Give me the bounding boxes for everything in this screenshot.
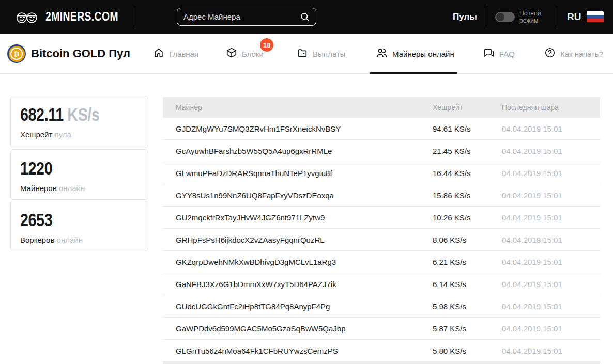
stat-card-pool-hashrate: 682.11 KS/s Хешрейт пула <box>10 96 148 148</box>
pool-hashrate-unit: KS/s <box>67 104 99 124</box>
table-row[interactable]: GKZqrpDwehNMkXwBDhivgD3gMCLvL1aRg3 6.21 … <box>163 251 600 273</box>
miner-last-share: 04.04.2019 15:01 <box>502 124 562 133</box>
pool-hashrate-value: 682.11 KS/s <box>20 104 99 125</box>
miner-address-link[interactable]: GUdcUGGkGntFc2iHp8tTG84Pq8AnypF4Pg <box>176 302 330 311</box>
pools-link[interactable]: Пулы <box>453 0 477 34</box>
miner-address-link[interactable]: GaNFBJ3Xz6G1bDmmXxW7xyT5D64PAZJ7ik <box>176 280 336 289</box>
home-icon <box>153 47 164 60</box>
table-row[interactable]: GUdcUGGkGntFc2iHp8tTG84Pq8AnypF4Pg 5.98 … <box>163 295 600 318</box>
miner-hashrate: 10.26 KS/s <box>433 213 470 222</box>
miner-last-share: 04.04.2019 15:01 <box>502 346 562 355</box>
miner-address-link[interactable]: GcAyuwhBFarshzb5W55Q5A4up6gxRrRMLe <box>176 147 332 155</box>
stat-card-workers-online: 2653 Воркеров онлайн <box>10 201 148 251</box>
pools-label: Пулы <box>453 12 477 22</box>
miner-address-link[interactable]: GLwmuPFaDzDRARSqnnaThuNTeP1yvgtu8f <box>176 169 332 178</box>
table-row[interactable]: GU2mqckfrRxTayJHvW4JGZ6nt971LZytw9 10.26… <box>163 207 600 229</box>
nav-item-home[interactable]: Главная <box>153 34 198 74</box>
bitcoin-gold-icon: ₿ <box>7 44 26 63</box>
nav-item-payouts[interactable]: Выплаты <box>297 34 345 74</box>
table-row[interactable]: GcAyuwhBFarshzb5W55Q5A4up6gxRrRMLe 21.45… <box>163 140 600 162</box>
header-miner: Майнер <box>176 103 202 112</box>
pool-brand[interactable]: ₿ Bitcoin GOLD Пул <box>7 34 130 74</box>
miner-last-share: 04.04.2019 15:01 <box>502 324 562 333</box>
miner-address-link[interactable]: GYY8sUs1n99NnZ6UQ8FapFxyVDszDEoxqa <box>176 191 334 200</box>
language-selector[interactable]: RU <box>567 0 604 34</box>
chat-icon <box>483 47 495 60</box>
wallet-icon <box>297 47 308 60</box>
site-logo[interactable]: 2MINERS.COM <box>14 8 132 25</box>
table-row[interactable]: GRHpFsPsH6ijkdocX2vZAasyFgqnrQuzRL 8.06 … <box>163 229 600 251</box>
miner-hashrate: 94.61 KS/s <box>433 124 470 133</box>
miner-hashrate: 5.87 KS/s <box>433 324 466 333</box>
table-row[interactable]: GaWPDdv6d599MGAC5Mo5GzaSqBwW5QaJbp 5.87 … <box>163 318 600 340</box>
nav-item-miners-online[interactable]: Майнеры онлайн <box>376 34 454 74</box>
miner-hashrate: 5.98 KS/s <box>433 302 466 311</box>
brand-name: 2MINERS.COM <box>45 10 118 24</box>
table-row[interactable]: GJDZMgWYu7SMQ3ZRvHm1FSrXneickNvBSY 94.61… <box>163 118 600 140</box>
nav-item-blocks[interactable]: Блоки <box>226 34 264 74</box>
nav-item-faq[interactable]: FAQ <box>483 34 515 74</box>
miner-address-link[interactable]: GLGnTu56z4nMoa64Fk1CFbRUYwzsCemzPS <box>176 346 338 355</box>
russia-flag-icon <box>587 11 604 23</box>
miner-hashrate: 6.21 KS/s <box>433 258 466 266</box>
night-mode-toggle[interactable] <box>495 12 515 22</box>
cube-icon <box>226 47 237 60</box>
miner-hashrate: 8.06 KS/s <box>433 235 466 244</box>
header-divider <box>487 7 487 27</box>
table-row[interactable]: GLGnTu56z4nMoa64Fk1CFbRUYwzsCemzPS 5.80 … <box>163 340 600 362</box>
nav-label: Майнеры онлайн <box>392 50 454 58</box>
pool-hashrate-label: Хешрейт пула <box>20 130 139 139</box>
next-section-strip <box>163 362 600 364</box>
miners-table-header: Майнер Хешрейт Последняя шара <box>163 97 600 118</box>
workers-online-value: 2653 <box>20 210 52 230</box>
active-tab-indicator <box>370 72 457 74</box>
header-divider <box>557 7 557 27</box>
workers-online-label: Воркеров онлайн <box>20 235 139 244</box>
nav-label: FAQ <box>499 50 515 58</box>
miner-hashrate: 5.80 KS/s <box>433 346 466 355</box>
miner-hashrate: 21.45 KS/s <box>433 147 470 155</box>
miner-last-share: 04.04.2019 15:01 <box>502 302 562 311</box>
nav-item-how-to-start[interactable]: Как начать? <box>544 34 603 74</box>
nav-label: Выплаты <box>313 50 345 58</box>
miner-address-link[interactable]: GRHpFsPsH6ijkdocX2vZAasyFgqnrQuzRL <box>176 235 325 244</box>
language-code: RU <box>567 11 581 23</box>
table-row[interactable]: GaNFBJ3Xz6G1bDmmXxW7xyT5D64PAZJ7ik 6.14 … <box>163 273 600 295</box>
miner-last-share: 04.04.2019 15:01 <box>502 213 562 222</box>
miners-table: Майнер Хешрейт Последняя шара GJDZMgWYu7… <box>163 97 600 364</box>
blocks-count-badge: 18 <box>260 38 273 52</box>
miners-table-body: GJDZMgWYu7SMQ3ZRvHm1FSrXneickNvBSY 94.61… <box>163 118 600 362</box>
nav-label: Главная <box>169 50 198 58</box>
nav-label: Как начать? <box>560 50 603 58</box>
miner-last-share: 04.04.2019 15:01 <box>502 280 562 289</box>
miner-address-link[interactable]: GU2mqckfrRxTayJHvW4JGZ6nt971LZytw9 <box>176 213 325 222</box>
search-icon[interactable] <box>300 12 310 22</box>
miners-online-label: Майнеров онлайн <box>20 184 139 193</box>
miner-last-share: 04.04.2019 15:01 <box>502 258 562 266</box>
miner-address-link[interactable]: GJDZMgWYu7SMQ3ZRvHm1FSrXneickNvBSY <box>176 124 341 133</box>
header-hashrate: Хешрейт <box>433 103 463 112</box>
night-mode-control: Ночной режим <box>495 0 541 34</box>
table-row[interactable]: GLwmuPFaDzDRARSqnnaThuNTeP1yvgtu8f 16.44… <box>163 162 600 184</box>
miner-address-link[interactable]: GaWPDdv6d599MGAC5Mo5GzaSqBwW5QaJbp <box>176 324 345 333</box>
header-last-share: Последняя шара <box>502 103 559 112</box>
search-input[interactable] <box>177 12 300 21</box>
miner-hashrate: 15.86 KS/s <box>433 191 470 200</box>
people-icon <box>376 47 388 61</box>
page: 2MINERS.COM Пулы Ночной режим <box>0 0 613 364</box>
miner-last-share: 04.04.2019 15:01 <box>502 169 562 178</box>
table-row[interactable]: GYY8sUs1n99NnZ6UQ8FapFxyVDszDEoxqa 15.86… <box>163 184 600 207</box>
header-divider <box>135 7 135 27</box>
top-header-bar: 2MINERS.COM Пулы Ночной режим <box>0 0 613 34</box>
miners-logo-icon <box>14 8 39 25</box>
nav-label: Блоки <box>242 50 264 58</box>
stat-card-miners-online: 1220 Майнеров онлайн <box>10 149 148 200</box>
night-mode-label: Ночной режим <box>519 10 541 24</box>
pool-nav-bar: ₿ Bitcoin GOLD Пул Главная Блоки 18 <box>0 34 613 74</box>
miner-address-link[interactable]: GKZqrpDwehNMkXwBDhivgD3gMCLvL1aRg3 <box>176 258 336 266</box>
miner-hashrate: 6.14 KS/s <box>433 280 466 289</box>
miner-address-search <box>177 8 316 26</box>
question-icon <box>544 47 556 60</box>
toggle-knob <box>496 13 504 21</box>
pool-title: Bitcoin GOLD Пул <box>31 47 130 60</box>
